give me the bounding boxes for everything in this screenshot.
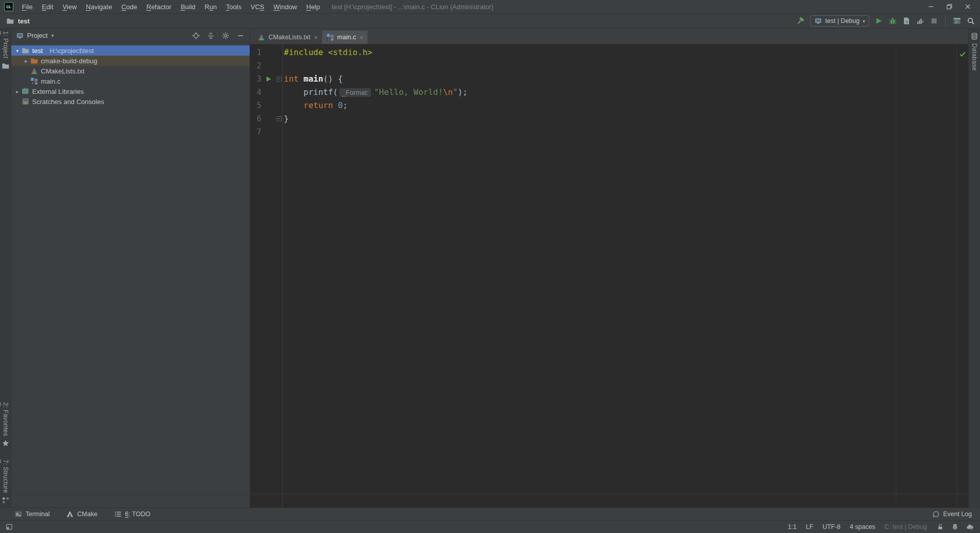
close-tab-icon[interactable]: × (359, 34, 363, 41)
status-item-utf-8[interactable]: UTF-8 (822, 523, 840, 530)
svg-text:c: c (32, 81, 34, 85)
inspections-ok-checkmark-icon[interactable] (959, 50, 967, 58)
code-line[interactable]: int main() { (284, 72, 968, 86)
run-anything-icon[interactable] (953, 17, 961, 25)
toolwindow-button-terminal[interactable]: Terminal (14, 510, 50, 518)
status-item-4-spaces[interactable]: 4 spaces (850, 523, 875, 530)
menu-item-window[interactable]: Window (269, 3, 302, 11)
cmake-icon (66, 510, 74, 518)
fold-region-icon[interactable] (277, 77, 282, 82)
search-everywhere-icon[interactable] (967, 17, 975, 25)
gear-icon[interactable] (222, 32, 230, 40)
hide-panel-icon[interactable] (236, 32, 244, 40)
fold-region-end-icon[interactable] (277, 116, 282, 121)
tree-row-external-libraries[interactable]: ▸External Libraries (11, 86, 250, 96)
tree-row-label: External Libraries (32, 88, 84, 95)
window-title: test [H:\cproject\test] - ...\main.c - C… (332, 3, 494, 11)
bottom-toolwindow-bar: TerminalCMake6: TODO Event Log (0, 507, 980, 520)
code-line[interactable]: printf(_Format:"Hello, World!\n"); (284, 86, 968, 99)
status-item-lf[interactable]: LF (806, 523, 814, 530)
editor-area: CMakeLists.txt×cmain.c× 1234567 #include… (250, 29, 968, 507)
project-panel-title[interactable]: Project (27, 32, 47, 39)
debug-button[interactable] (889, 17, 897, 25)
tree-row-scratches-and-consoles[interactable]: Scratches and Consoles (11, 96, 250, 107)
cfile-icon: c (30, 77, 38, 85)
breadcrumb[interactable]: test (6, 17, 30, 25)
tree-row-main-c[interactable]: cmain.c (11, 76, 250, 86)
menu-item-run[interactable]: Run (200, 3, 222, 11)
tab-label: CMakeLists.txt (268, 34, 310, 41)
chevron-right-icon[interactable]: ▸ (13, 89, 21, 94)
left-toolwindow-stripe: 1: Project 2: Favorites 7: Structure (0, 29, 11, 507)
clion-logo-icon: CL (4, 2, 13, 11)
close-button[interactable] (959, 1, 977, 13)
tree-row-test[interactable]: ▾testH:\cproject\test (11, 45, 250, 56)
code-line[interactable]: } (284, 112, 968, 125)
run-toolbar: test | Debug ▾ (796, 15, 975, 27)
chevron-right-icon[interactable]: ▸ (22, 58, 30, 64)
toolwindow-toggle-icon[interactable] (5, 523, 13, 531)
status-item-1-1[interactable]: 1:1 (788, 523, 796, 530)
locate-file-icon[interactable] (192, 32, 200, 40)
line-number: 3 (250, 72, 261, 86)
inspections-hector-icon[interactable] (951, 523, 959, 531)
editor-content[interactable]: 1234567 #include <stdio.h>int main() { p… (250, 44, 968, 507)
menu-item-build[interactable]: Build (176, 3, 200, 11)
toolwindow-button-cmake[interactable]: CMake (66, 510, 97, 518)
structure-tab-label: : Structure (2, 463, 9, 493)
event-log-icon (932, 510, 940, 518)
toolwindow-button-favorites[interactable]: 2: Favorites (2, 402, 10, 447)
toolwindow-button-todo[interactable]: 6: TODO (114, 510, 151, 518)
run-configuration-select[interactable]: test | Debug ▾ (810, 15, 869, 27)
chevron-down-icon[interactable]: ▾ (51, 33, 54, 38)
toolwindow-button-structure[interactable]: 7: Structure (2, 460, 10, 504)
menu-item-vcs[interactable]: VCS (246, 3, 269, 11)
code-line[interactable] (284, 125, 968, 139)
collapse-all-icon[interactable] (207, 32, 215, 40)
chevron-down-icon[interactable]: ▾ (13, 48, 21, 54)
run-line-icon[interactable] (266, 77, 271, 82)
menu-item-refactor[interactable]: Refactor (142, 3, 176, 11)
run-button[interactable] (875, 17, 883, 25)
menu-item-edit[interactable]: Edit (37, 3, 58, 11)
gutter-line: 5 (250, 99, 282, 112)
toolwindow-button-project[interactable]: 1: Project (2, 31, 10, 70)
code-token: \n (443, 87, 453, 97)
tree-row-cmakelists-txt[interactable]: CMakeLists.txt (11, 66, 250, 76)
minimize-button[interactable] (922, 1, 940, 13)
code-token (299, 74, 304, 84)
profiler-button[interactable] (916, 17, 924, 25)
code-token: 0 (338, 100, 343, 110)
run-with-coverage-button[interactable] (902, 17, 911, 25)
tree-row-cmake-build-debug[interactable]: ▸cmake-build-debug (11, 56, 250, 66)
structure-icon (2, 496, 10, 504)
editor-tab-cmakelists-txt[interactable]: CMakeLists.txt× (253, 31, 322, 44)
build-hammer-icon[interactable] (796, 17, 804, 25)
menu-item-navigate[interactable]: Navigate (81, 3, 116, 11)
lock-icon[interactable] (936, 523, 944, 531)
menu-item-code[interactable]: Code (117, 3, 142, 11)
folder-icon (6, 17, 14, 25)
scratch-icon (21, 97, 30, 106)
menu-item-help[interactable]: Help (302, 3, 325, 11)
favorites-tab-mnemonic: 2 (2, 402, 9, 406)
code-line[interactable]: #include <stdio.h> (284, 46, 968, 59)
code-token: ); (458, 87, 468, 97)
code-line[interactable] (284, 59, 968, 72)
code-area[interactable]: #include <stdio.h>int main() { printf(_F… (283, 44, 968, 507)
project-view-icon (16, 32, 24, 40)
folder-icon (21, 46, 30, 55)
menu-item-file[interactable]: File (17, 3, 37, 11)
toolwindow-button-database[interactable]: Database (970, 32, 978, 71)
menu-item-tools[interactable]: Tools (222, 3, 246, 11)
maximize-button[interactable] (940, 1, 959, 13)
editor-tab-main-c[interactable]: cmain.c× (322, 31, 368, 44)
settings-sync-icon[interactable] (966, 523, 974, 531)
cmake-profile-status[interactable]: C: test | Debug (885, 523, 927, 530)
code-line[interactable]: return 0; (284, 99, 968, 112)
close-tab-icon[interactable]: × (314, 34, 318, 41)
parameter-hint: _Format: (339, 88, 371, 97)
menu-item-view[interactable]: View (58, 3, 81, 11)
app-icon (814, 17, 822, 25)
event-log-button[interactable]: Event Log (932, 510, 972, 518)
